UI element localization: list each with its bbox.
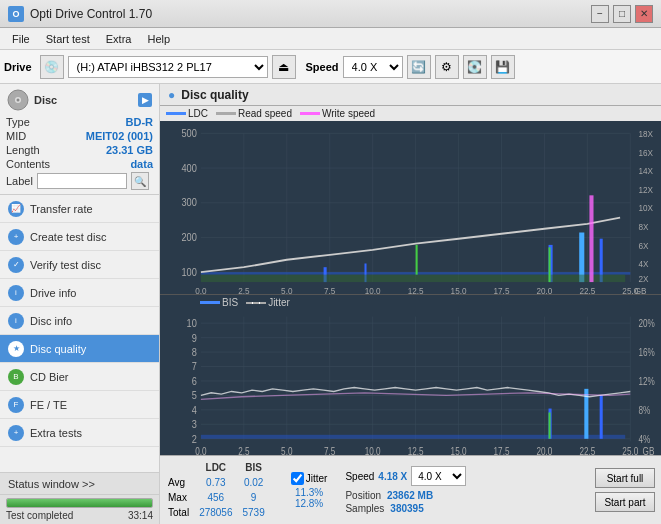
speed-select[interactable]: 4.0 X: [411, 466, 466, 486]
label-input[interactable]: [37, 173, 127, 189]
drive-selector[interactable]: (H:) ATAPI iHBS312 2 PL17: [68, 56, 268, 78]
bis-legend-label: BIS: [222, 297, 238, 308]
position-row: Position 23862 MB: [345, 490, 466, 501]
svg-text:16%: 16%: [639, 346, 656, 358]
left-panel: Disc ▶ Type BD-R MID MEIT02 (001) Length…: [0, 84, 160, 524]
fe-te-icon: F: [8, 397, 24, 413]
extra-tests-label: Extra tests: [30, 427, 82, 439]
ldc-legend-item: LDC: [166, 108, 208, 119]
ldc-legend-color: [166, 112, 186, 115]
speed-label: Speed: [306, 61, 339, 73]
chart-header-icon: ●: [168, 88, 175, 102]
stats-row-1: LDC BIS Avg 0.73 0.02 Max 456 9 Total: [166, 459, 655, 521]
status-text: Test completed: [6, 510, 73, 521]
action-buttons: Start full Start part: [595, 468, 655, 512]
chart-title: Disc quality: [181, 88, 248, 102]
create-test-disc-icon: +: [8, 229, 24, 245]
drive-label: Drive: [4, 61, 32, 73]
upper-chart: 500 400 300 200 100 18X 16X 14X 12X 10X …: [160, 121, 661, 295]
svg-text:22.5: 22.5: [579, 445, 595, 455]
refresh-button[interactable]: 🔄: [407, 55, 431, 79]
menubar: File Start test Extra Help: [0, 28, 661, 50]
sidebar-item-fe-te[interactable]: F FE / TE: [0, 391, 159, 419]
position-value: 23862 MB: [387, 490, 433, 501]
progress-area: Test completed 33:14: [0, 495, 159, 524]
transfer-rate-label: Transfer rate: [30, 203, 93, 215]
drive-info-label: Drive info: [30, 287, 76, 299]
transfer-rate-icon: 📈: [8, 201, 24, 217]
cd-bier-icon: B: [8, 369, 24, 385]
avg-label: Avg: [168, 476, 197, 489]
svg-text:2X: 2X: [639, 273, 649, 284]
contents-key: Contents: [6, 158, 50, 170]
sidebar-item-disc-info[interactable]: i Disc info: [0, 307, 159, 335]
speed-selector[interactable]: 4.0 X 1.0 X 2.0 X 8.0 X: [343, 56, 403, 78]
disc-action-icon[interactable]: ▶: [137, 92, 153, 108]
svg-text:4: 4: [192, 403, 197, 416]
chart-header: ● Disc quality: [160, 84, 661, 106]
menu-extra[interactable]: Extra: [98, 31, 140, 47]
svg-text:8%: 8%: [639, 404, 651, 416]
position-info: Position 23862 MB Samples 380395: [345, 490, 466, 514]
sidebar-item-drive-info[interactable]: i Drive info: [0, 279, 159, 307]
save-button[interactable]: 💾: [491, 55, 515, 79]
samples-key: Samples: [345, 503, 384, 514]
total-ldc: 278056: [199, 506, 240, 519]
svg-rect-54: [416, 245, 418, 275]
app-icon: O: [8, 6, 24, 22]
drive-info-icon: i: [8, 285, 24, 301]
contents-value: data: [130, 158, 153, 170]
lower-legend: BIS Jitter: [160, 295, 661, 310]
sidebar-item-cd-bier[interactable]: B CD Bier: [0, 363, 159, 391]
disc-quality-label: Disc quality: [30, 343, 86, 355]
samples-row: Samples 380395: [345, 503, 466, 514]
svg-text:0.0: 0.0: [195, 286, 206, 295]
sidebar-item-extra-tests[interactable]: + Extra tests: [0, 419, 159, 447]
menu-start-test[interactable]: Start test: [38, 31, 98, 47]
close-button[interactable]: ✕: [635, 5, 653, 23]
svg-text:400: 400: [181, 162, 197, 174]
svg-text:10.0: 10.0: [365, 286, 381, 295]
jitter-checkbox[interactable]: [291, 472, 304, 485]
menu-file[interactable]: File: [4, 31, 38, 47]
status-window-button[interactable]: Status window >>: [0, 473, 159, 495]
maximize-button[interactable]: □: [613, 5, 631, 23]
svg-text:9: 9: [192, 331, 197, 344]
svg-text:20.0: 20.0: [536, 286, 552, 295]
max-ldc: 456: [199, 491, 240, 504]
time-display: 33:14: [128, 510, 153, 521]
svg-text:7.5: 7.5: [324, 445, 335, 455]
svg-rect-55: [549, 247, 551, 282]
sidebar-item-disc-quality[interactable]: ★ Disc quality: [0, 335, 159, 363]
max-jitter: 12.8%: [291, 498, 328, 509]
stats-area: LDC BIS Avg 0.73 0.02 Max 456 9 Total: [160, 455, 661, 524]
mid-key: MID: [6, 130, 26, 142]
sidebar-item-create-test-disc[interactable]: + Create test disc: [0, 223, 159, 251]
svg-text:500: 500: [181, 127, 197, 139]
svg-text:12.5: 12.5: [408, 445, 424, 455]
sidebar-item-verify-test-disc[interactable]: ✓ Verify test disc: [0, 251, 159, 279]
sidebar-item-transfer-rate[interactable]: 📈 Transfer rate: [0, 195, 159, 223]
titlebar: O Opti Drive Control 1.70 − □ ✕: [0, 0, 661, 28]
menu-help[interactable]: Help: [139, 31, 178, 47]
start-part-button[interactable]: Start part: [595, 492, 655, 512]
label-action-button[interactable]: 🔍: [131, 172, 149, 190]
write-speed-legend-label: Write speed: [322, 108, 375, 119]
settings-button[interactable]: ⚙: [435, 55, 459, 79]
mid-value: MEIT02 (001): [86, 130, 153, 142]
ldc-header: LDC: [199, 461, 240, 474]
svg-text:14X: 14X: [639, 166, 654, 177]
svg-text:6: 6: [192, 374, 197, 387]
eject-button[interactable]: ⏏: [272, 55, 296, 79]
label-key: Label: [6, 175, 33, 187]
minimize-button[interactable]: −: [591, 5, 609, 23]
disc-button[interactable]: 💽: [463, 55, 487, 79]
length-key: Length: [6, 144, 40, 156]
svg-text:7: 7: [192, 360, 197, 373]
svg-rect-107: [549, 413, 551, 439]
progress-bar-wrap: [6, 498, 153, 508]
svg-text:5.0: 5.0: [281, 445, 292, 455]
start-full-button[interactable]: Start full: [595, 468, 655, 488]
svg-text:20%: 20%: [639, 317, 656, 329]
svg-text:100: 100: [181, 266, 197, 278]
